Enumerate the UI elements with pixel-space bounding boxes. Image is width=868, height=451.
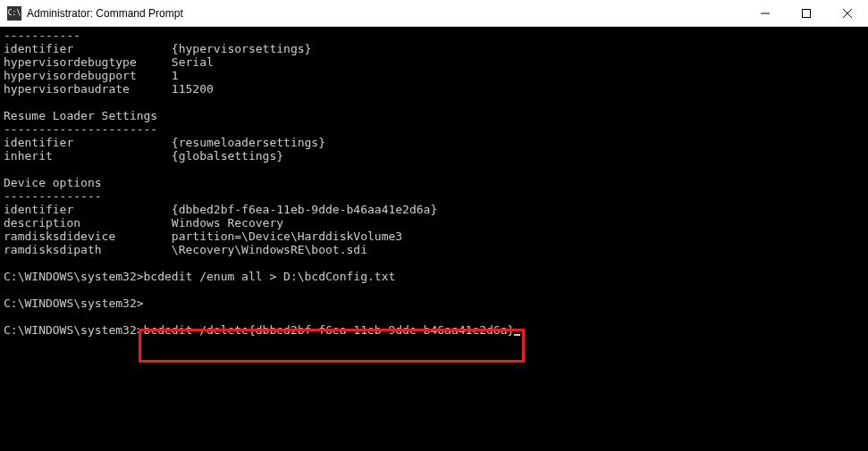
window-titlebar: C:\ Administrator: Command Prompt	[0, 0, 868, 27]
terminal-output[interactable]: ----------- identifier {hypervisorsettin…	[0, 27, 868, 338]
text-cursor	[514, 334, 520, 336]
maximize-button[interactable]	[786, 0, 827, 26]
minimize-button[interactable]	[745, 0, 786, 26]
window-controls	[745, 0, 868, 26]
window-title: Administrator: Command Prompt	[27, 7, 745, 20]
cmd-icon: C:\	[7, 6, 21, 21]
close-button[interactable]	[827, 0, 868, 26]
svg-rect-1	[803, 9, 811, 17]
